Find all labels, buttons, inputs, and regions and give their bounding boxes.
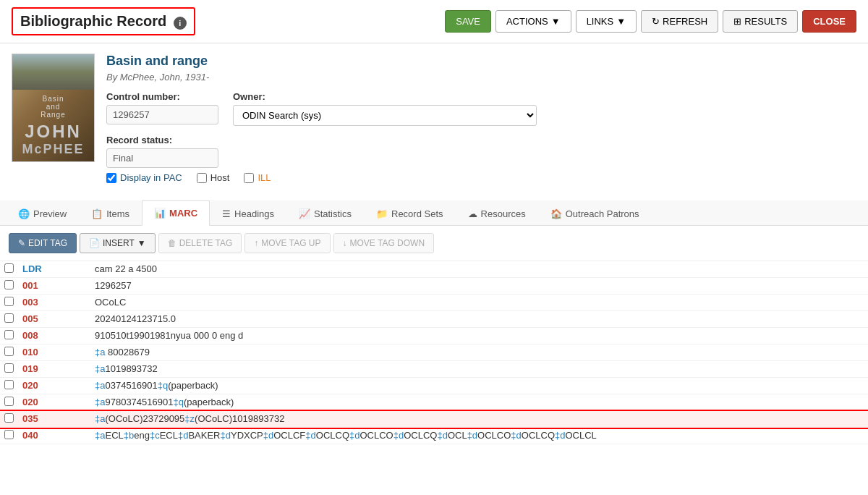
tab-preview[interactable]: 🌐 Preview	[6, 200, 79, 226]
display-in-pac-checkbox[interactable]	[106, 173, 116, 183]
tab-items[interactable]: 📋 Items	[79, 200, 142, 226]
edit-icon: ✎	[18, 238, 25, 248]
tab-statistics[interactable]: 📈 Statistics	[286, 200, 364, 226]
tab-preview-label: Preview	[33, 208, 67, 219]
table-row: 0011296257	[0, 278, 868, 295]
record-cover-image: Basin and Range JOHN McPHEE	[12, 54, 95, 162]
record-status-group: Record status:	[106, 135, 856, 168]
row-checkbox[interactable]	[4, 430, 14, 439]
refresh-label: REFRESH	[663, 16, 707, 27]
links-chevron-icon: ▼	[616, 16, 626, 27]
subfield-indicator: ‡q	[173, 397, 183, 407]
insert-icon: 📄	[89, 238, 100, 248]
subfield-indicator: ‡d	[437, 430, 447, 441]
move-tag-down-button[interactable]: ↓ MOVE TAG DOWN	[333, 233, 435, 253]
display-in-pac-item: Display in PAC	[106, 172, 182, 183]
marc-data-cell: 20240124123715.0	[90, 311, 868, 328]
actions-label: ACTIONS	[506, 16, 548, 27]
marc-data-cell: cam 22 a 4500	[90, 261, 868, 278]
record-sets-icon: 📁	[376, 208, 388, 219]
row-checkbox[interactable]	[4, 280, 14, 289]
page-header: Bibliographic Record i SAVE ACTIONS ▼ LI…	[0, 0, 868, 43]
refresh-button[interactable]: ↻ REFRESH	[641, 10, 718, 33]
marc-tag-cell: 020	[18, 394, 47, 411]
row-checkbox[interactable]	[4, 363, 14, 373]
marc-tag-cell: 040	[18, 428, 47, 444]
subfield-indicator: ‡a	[95, 380, 105, 391]
row-checkbox[interactable]	[4, 397, 14, 406]
control-number-input[interactable]	[106, 105, 218, 124]
marc-indicators-cell	[47, 361, 90, 378]
subfield-indicator: ‡d	[555, 430, 565, 441]
move-up-icon: ↑	[254, 238, 258, 248]
control-owner-row: Control number: Owner: ODIN Search (sys)	[106, 91, 856, 126]
record-details: Basin and range By McPhee, John, 1931- C…	[106, 54, 856, 183]
items-icon: 📋	[91, 208, 103, 219]
table-row: 035‡a(OCoLC)23729095‡z(OCoLC)1019893732	[0, 411, 868, 428]
statistics-icon: 📈	[299, 208, 310, 219]
tab-headings-label: Headings	[234, 208, 274, 219]
row-checkbox[interactable]	[4, 297, 14, 306]
subfield-indicator: ‡d	[263, 430, 273, 441]
row-checkbox-cell	[0, 344, 18, 361]
tab-statistics-label: Statistics	[314, 208, 352, 219]
row-checkbox-cell	[0, 394, 18, 411]
marc-indicators-cell	[47, 328, 90, 344]
row-checkbox[interactable]	[4, 347, 14, 356]
links-button[interactable]: LINKS ▼	[576, 10, 637, 33]
outreach-patrons-icon: 🏠	[550, 208, 562, 219]
page-title: Bibliographic Record	[20, 13, 166, 29]
tab-resources[interactable]: ☁ Resources	[456, 200, 538, 226]
record-author: By McPhee, John, 1931-	[106, 72, 856, 82]
subfield-indicator: ‡z	[184, 413, 195, 424]
close-button[interactable]: CLOSE	[802, 10, 856, 33]
row-checkbox-cell	[0, 278, 18, 295]
record-title: Basin and range	[106, 54, 856, 69]
marc-data-cell: ‡aECL‡beng‡cECL‡dBAKER‡dYDXCP‡dOCLCF‡dOC…	[90, 428, 868, 444]
marc-data-cell: 1296257	[90, 278, 868, 295]
table-row: 020‡a0374516901‡q(paperback)	[0, 378, 868, 394]
host-checkbox[interactable]	[197, 173, 207, 183]
header-actions: SAVE ACTIONS ▼ LINKS ▼ ↻ REFRESH ⊞ RESUL…	[445, 10, 856, 33]
info-icon[interactable]: i	[174, 17, 187, 30]
delete-icon: 🗑	[168, 238, 176, 248]
tab-marc[interactable]: 📊 MARC	[142, 200, 210, 226]
row-checkbox-cell	[0, 361, 18, 378]
subfield-indicator: ‡d	[393, 430, 404, 441]
tab-record-sets-label: Record Sets	[391, 208, 443, 219]
results-button[interactable]: ⊞ RESULTS	[723, 10, 798, 33]
row-checkbox[interactable]	[4, 313, 14, 323]
subfield-indicator: ‡q	[158, 380, 168, 391]
marc-data-cell: OCoLC	[90, 295, 868, 311]
insert-button[interactable]: 📄 INSERT ▼	[80, 233, 156, 253]
display-in-pac-label: Display in PAC	[120, 172, 182, 183]
record-status-input[interactable]	[106, 148, 218, 168]
table-row: 008910510t19901981nyua 000 0 eng d	[0, 328, 868, 344]
owner-select[interactable]: ODIN Search (sys)	[233, 105, 537, 126]
tab-outreach-patrons[interactable]: 🏠 Outreach Patrons	[538, 200, 652, 226]
save-button[interactable]: SAVE	[445, 10, 491, 33]
row-checkbox[interactable]	[4, 263, 14, 273]
table-row: 040‡aECL‡beng‡cECL‡dBAKER‡dYDXCP‡dOCLCF‡…	[0, 428, 868, 444]
row-checkbox-cell	[0, 328, 18, 344]
marc-data-cell: ‡a0374516901‡q(paperback)	[90, 378, 868, 394]
marc-tag-cell: 005	[18, 311, 47, 328]
move-down-icon: ↓	[343, 238, 347, 248]
delete-tag-button[interactable]: 🗑 DELETE TAG	[158, 233, 242, 253]
owner-group: Owner: ODIN Search (sys)	[233, 91, 537, 126]
tab-record-sets[interactable]: 📁 Record Sets	[364, 200, 456, 226]
ill-checkbox[interactable]	[244, 173, 254, 183]
row-checkbox[interactable]	[4, 380, 14, 389]
move-tag-up-button[interactable]: ↑ MOVE TAG UP	[244, 233, 330, 253]
row-checkbox[interactable]	[4, 330, 14, 339]
actions-button[interactable]: ACTIONS ▼	[495, 10, 571, 33]
subfield-indicator: ‡a	[95, 397, 105, 407]
row-checkbox[interactable]	[4, 413, 14, 423]
tab-headings[interactable]: ☰ Headings	[210, 200, 286, 226]
results-label: RESULTS	[744, 16, 787, 27]
marc-tag-cell: 001	[18, 278, 47, 295]
marc-tag-cell: 020	[18, 378, 47, 394]
control-number-label: Control number:	[106, 91, 218, 102]
marc-indicators-cell	[47, 261, 90, 278]
edit-tag-button[interactable]: ✎ EDIT TAG	[9, 233, 77, 253]
